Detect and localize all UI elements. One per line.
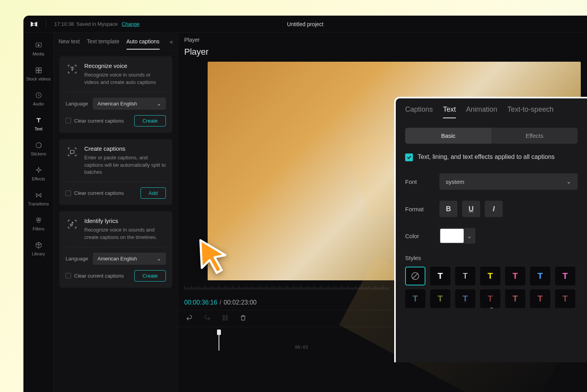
svg-point-8 [38,218,41,221]
sparkle-icon [35,166,43,174]
create-button[interactable]: Create [134,115,166,127]
color-picker[interactable]: ⌄ [439,228,475,244]
inspector-tabs: Captions Text Animation Text-to-speech [405,105,578,118]
language-select-2[interactable]: American English ⌄ [93,253,166,265]
style-preset[interactable]: T [430,267,450,285]
recognize-icon [66,62,79,76]
sidebar-item-text[interactable]: Text [23,113,53,134]
style-none[interactable] [405,267,425,285]
chevron-down-icon[interactable]: ⌄ [489,303,494,310]
tab-text-template[interactable]: Text template [87,34,119,50]
saved-text: Saved in Myspace [76,21,118,27]
sidebar-item-stickers[interactable]: Stickers [23,138,53,159]
sidebar-item-stock[interactable]: Stock videos [23,63,53,84]
svg-rect-1 [36,68,38,70]
clear-captions-checkbox[interactable]: Clear current captions [66,118,124,124]
apply-all-row[interactable]: Text, lining, and text effects applied t… [405,152,578,162]
timecode-total: 00:02:23:00 [224,299,257,306]
style-preset[interactable]: T [455,267,475,285]
tab-new-text[interactable]: New text [59,34,80,50]
tab-text[interactable]: Text [443,105,456,118]
style-preset[interactable]: T [555,267,575,285]
tab-tts[interactable]: Text-to-speech [507,105,553,118]
lyrics-title: Identify lyrics [84,217,166,224]
sticker-icon [35,141,43,149]
style-preset[interactable]: T [430,289,450,308]
svg-rect-4 [39,71,41,73]
trash-icon[interactable] [240,314,247,323]
create-captions-title: Create captions [84,145,166,152]
checkbox-icon [66,118,71,123]
captions-icon [66,145,79,159]
style-preset[interactable]: T [530,267,550,285]
checkbox-icon [66,273,71,278]
sidebar-item-transitions[interactable]: Transitions [23,188,53,209]
styles-label: Styles [405,255,578,261]
style-preset[interactable]: T [505,289,525,308]
checkbox-checked-icon [405,153,413,161]
clear-captions-checkbox-2[interactable]: Clear current captions [66,190,124,196]
color-row: Color ⌄ [405,228,578,244]
chevron-down-icon: ⌄ [566,178,571,185]
chevron-down-icon: ⌄ [464,232,475,240]
tutorial-cursor-icon [196,237,232,278]
language-select[interactable]: American English ⌄ [93,98,166,110]
create-button-2[interactable]: Create [134,270,166,282]
player-title: Player [184,47,581,57]
cube-icon [35,241,43,249]
style-preset[interactable]: T [555,289,575,308]
style-preset[interactable]: T [505,267,525,285]
svg-point-9 [37,220,40,223]
project-title: Untitled project [287,21,323,27]
split-icon [222,314,229,323]
collapse-icon[interactable]: « [170,38,173,45]
underline-button[interactable]: U [462,201,480,217]
audio-icon [35,91,43,99]
sidebar-item-library[interactable]: Library [23,238,53,259]
tab-animation[interactable]: Animation [466,105,497,118]
identify-lyrics-card: Identify lyrics Recognize voice in sound… [59,211,172,288]
filters-icon [35,216,43,224]
recognize-voice-card: Recognize voice Recognize voice in sound… [59,56,172,133]
style-preset[interactable]: T [455,289,475,308]
bold-button[interactable]: B [439,201,457,217]
font-select[interactable]: system ⌄ [439,173,578,190]
app-window: 17:10:38 Saved in Myspace Change Untitle… [23,16,587,392]
panel-body: Recognize voice Recognize voice in sound… [54,51,178,293]
capcut-logo [30,20,38,29]
style-preset[interactable]: T [480,267,500,285]
styles-grid: T T T T T T [405,267,578,285]
svg-rect-10 [70,150,74,153]
color-swatch [440,229,464,243]
italic-button[interactable]: I [485,201,503,217]
subtab-basic[interactable]: Basic [405,128,491,144]
lyrics-desc: Recognize voice in sounds and create cap… [84,226,166,241]
styles-grid-2: T T T T T T T ⌄ [405,289,578,308]
save-timestamp: 17:10:38 [54,21,74,27]
color-label: Color [405,233,439,239]
text-inspector: Captions Text Animation Text-to-speech B… [394,97,587,362]
sidebar-item-effects[interactable]: Effects [23,163,53,184]
undo-icon[interactable] [186,314,193,323]
svg-rect-11 [223,315,224,320]
style-preset[interactable]: T [530,289,550,308]
sidebar-item-filters[interactable]: Filters [23,213,53,234]
sidebar-item-audio[interactable]: Audio [23,88,53,109]
add-button[interactable]: Add [141,187,166,199]
sidebar-item-media[interactable]: Media [23,38,53,59]
clear-captions-checkbox-3[interactable]: Clear current captions [66,273,124,279]
text-icon [35,116,43,124]
panel-tabs: New text Text template Auto captions « [54,33,178,51]
language-label-2: Language [66,256,88,262]
subtab-effects[interactable]: Effects [491,128,578,144]
style-preset[interactable]: T [405,289,425,308]
transition-icon [35,191,43,199]
playhead[interactable] [217,330,221,351]
format-row: Format B U I [405,201,578,217]
svg-rect-3 [36,71,38,73]
lyrics-icon [66,217,79,231]
player-tab-label: Player [184,37,581,43]
change-link[interactable]: Change [122,21,140,27]
tab-captions[interactable]: Captions [405,105,433,118]
tab-auto-captions[interactable]: Auto captions [126,34,160,50]
